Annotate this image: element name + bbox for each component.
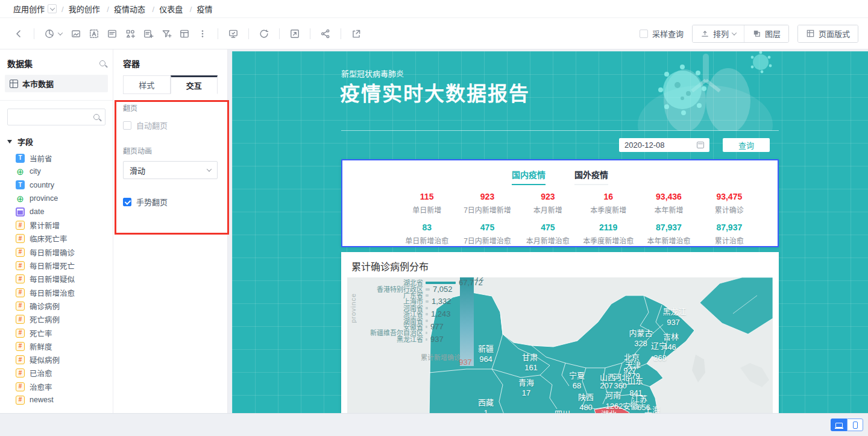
chart-dropdown-icon[interactable] bbox=[58, 30, 63, 35]
share-icon[interactable] bbox=[316, 25, 335, 43]
search-icon[interactable] bbox=[99, 60, 105, 66]
auto-paging-checkbox[interactable]: 自动翻页 bbox=[123, 119, 218, 131]
stats-container-widget[interactable]: 国内疫情 国外疫情 115 单日新增 923 7日内新增新增 bbox=[341, 159, 779, 247]
back-icon[interactable] bbox=[10, 25, 28, 43]
field-item[interactable]: 治愈率 bbox=[0, 380, 113, 393]
map-province-label: 上海 bbox=[644, 406, 660, 413]
tab-interaction[interactable]: 交互 bbox=[171, 75, 218, 94]
field-item[interactable]: date bbox=[0, 205, 113, 218]
bar-row: 新疆维吾尔自治区 bbox=[347, 330, 486, 336]
stat-label: 累计治愈 bbox=[699, 235, 760, 245]
fullscreen-icon[interactable] bbox=[286, 25, 304, 43]
gesture-paging-checkbox[interactable]: 手势翻页 bbox=[123, 196, 218, 207]
field-item[interactable]: 累计新增 bbox=[0, 218, 113, 232]
chevron-down-icon[interactable] bbox=[48, 4, 57, 13]
tab-style[interactable]: 样式 bbox=[123, 75, 171, 94]
checkbox-icon[interactable] bbox=[123, 121, 131, 130]
field-item[interactable]: 每日新增疑似 bbox=[0, 273, 113, 286]
device-preview-toggle[interactable] bbox=[831, 419, 863, 431]
field-item[interactable]: city bbox=[0, 165, 113, 178]
card-icon[interactable] bbox=[103, 25, 121, 43]
field-item[interactable]: 临床死亡率 bbox=[0, 232, 113, 245]
map-province-label: 甘肃 bbox=[522, 353, 538, 361]
form-add-icon[interactable] bbox=[139, 25, 157, 43]
field-item[interactable]: 新鲜度 bbox=[0, 340, 113, 353]
preview-icon[interactable] bbox=[224, 25, 242, 43]
field-type-icon bbox=[16, 329, 25, 338]
desktop-toggle-button[interactable] bbox=[831, 419, 847, 431]
layers-icon bbox=[752, 29, 761, 38]
stat-item: 115 单日新增 bbox=[397, 192, 457, 215]
stat-label: 累计确诊 bbox=[699, 204, 760, 215]
mobile-toggle-button[interactable] bbox=[847, 419, 863, 431]
tab-foreign[interactable]: 国外疫情 bbox=[574, 168, 608, 185]
map-province-label: 新疆 bbox=[478, 345, 494, 353]
dataset-item[interactable]: 本市数据 bbox=[5, 75, 108, 92]
page-layout-button[interactable]: 页面版式 bbox=[798, 25, 858, 42]
field-search-input[interactable] bbox=[7, 109, 105, 125]
sampling-query-checkbox[interactable]: 采样查询 bbox=[640, 28, 684, 39]
image-icon[interactable] bbox=[67, 25, 85, 43]
map-widget[interactable]: 累计确诊病例分布 bbox=[341, 252, 779, 413]
field-item[interactable]: 已治愈 bbox=[0, 367, 113, 380]
bar bbox=[426, 338, 427, 341]
text-icon[interactable] bbox=[85, 25, 103, 43]
field-item[interactable]: 确诊病例 bbox=[0, 299, 113, 312]
export-icon[interactable] bbox=[347, 25, 365, 43]
breadcrumb-item[interactable]: 疫情动态 bbox=[114, 5, 145, 14]
refresh-icon[interactable] bbox=[255, 25, 273, 43]
stat-label: 本季度新增治愈 bbox=[578, 235, 638, 245]
chart-icon[interactable] bbox=[40, 25, 58, 43]
query-button[interactable]: 查询 bbox=[723, 138, 770, 152]
china-map-chart[interactable]: province 湖北省 67,772 香港特别行政区 bbox=[347, 277, 773, 413]
field-item[interactable]: 每日新增治愈 bbox=[0, 286, 113, 299]
province-bar-chart: 湖北省 67,772 香港特别行政区 7,052 bbox=[347, 280, 486, 343]
table-icon[interactable] bbox=[175, 25, 193, 43]
field-item[interactable]: 疑似病例 bbox=[0, 353, 113, 366]
checkbox-icon[interactable] bbox=[640, 30, 648, 38]
field-type-icon bbox=[16, 248, 25, 257]
breadcrumb-item[interactable]: 我的创作 bbox=[69, 5, 100, 14]
filter-add-icon[interactable] bbox=[157, 25, 175, 43]
bar-chart-x-axis-label: 累计新增确诊 bbox=[421, 352, 461, 362]
property-panel-title: 容器 bbox=[113, 49, 227, 75]
arrange-button[interactable]: 排列 bbox=[693, 25, 744, 42]
breadcrumb-app-menu[interactable]: 应用创作 bbox=[13, 3, 57, 14]
field-label: 累计新增 bbox=[30, 220, 60, 231]
field-type-icon bbox=[16, 234, 25, 243]
field-type-icon bbox=[16, 382, 25, 391]
field-type-icon bbox=[16, 167, 25, 176]
paging-animation-select[interactable]: 滑动 bbox=[123, 161, 218, 179]
field-item[interactable]: 死亡率 bbox=[0, 326, 113, 340]
field-type-icon bbox=[16, 302, 25, 311]
more-icon[interactable] bbox=[193, 25, 212, 43]
field-item[interactable]: country bbox=[0, 179, 113, 192]
field-item[interactable]: 每日新增死亡 bbox=[0, 259, 113, 272]
field-item[interactable]: province bbox=[0, 192, 113, 205]
map-province-label: 黑龙江 bbox=[662, 308, 686, 315]
layers-button[interactable]: 图层 bbox=[744, 25, 788, 42]
date-picker[interactable]: 2020-12-08 bbox=[619, 138, 709, 152]
fields-section-header[interactable]: 字段 bbox=[0, 125, 113, 151]
field-item[interactable]: 死亡病例 bbox=[0, 313, 113, 326]
dashboard-canvas[interactable]: 新型冠状病毒肺炎 疫情实时大数据报告 2020-12-08 查询 国内疫情 国外… bbox=[232, 51, 868, 413]
bar-value: 977 bbox=[430, 324, 444, 330]
checkbox-checked-icon[interactable] bbox=[123, 198, 131, 206]
widget-add-icon[interactable] bbox=[121, 25, 139, 43]
field-item[interactable]: newest bbox=[0, 393, 113, 406]
bar-row: 黑龙江省 937 bbox=[347, 336, 486, 343]
breadcrumb-item[interactable]: 疫情 bbox=[197, 5, 212, 14]
field-label: 每日新增确诊 bbox=[30, 247, 75, 258]
paging-animation-label: 翻页动画 bbox=[123, 145, 218, 156]
map-province-label: 四川 bbox=[555, 410, 570, 413]
map-province-label: 68 bbox=[573, 382, 581, 390]
breadcrumb-item[interactable]: 仪表盘 bbox=[159, 5, 183, 14]
stat-item: 16 本季度新增 bbox=[578, 192, 638, 215]
stat-item: 475 本月新增治愈 bbox=[518, 223, 578, 245]
map-province-label: 内蒙古 bbox=[629, 329, 652, 337]
field-item[interactable]: 当前省 bbox=[0, 151, 113, 165]
tab-domestic[interactable]: 国内疫情 bbox=[512, 168, 546, 185]
stat-label: 7日内新增治愈 bbox=[457, 235, 517, 245]
field-item[interactable]: 每日新增确诊 bbox=[0, 245, 113, 259]
stat-value: 93,436 bbox=[638, 192, 699, 201]
